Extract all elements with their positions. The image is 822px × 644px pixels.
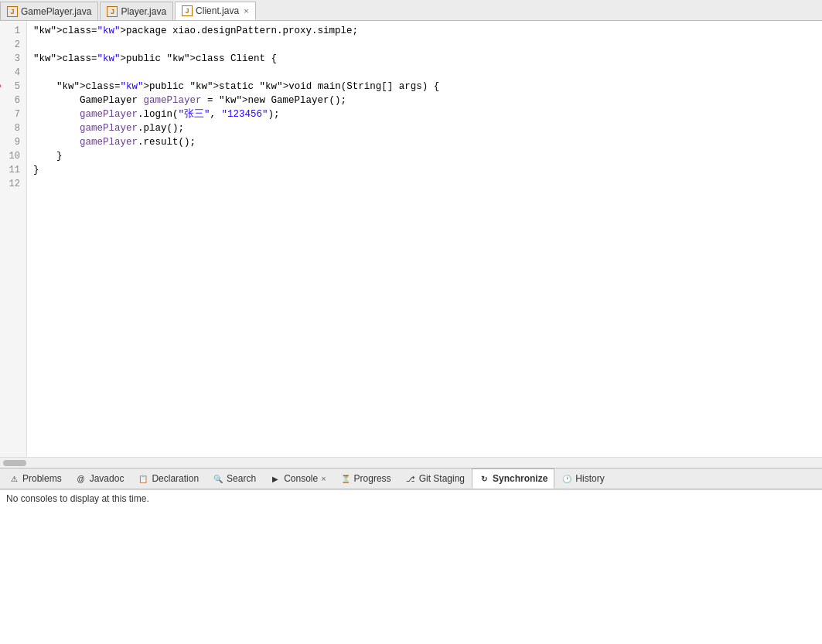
code-editor[interactable]: 123456789101112 "kw">class="kw">package …	[0, 21, 822, 457]
code-content[interactable]: "kw">class="kw">package xiao.designPatte…	[27, 21, 822, 457]
bottom-tab-label-synchronize: Synchronize	[493, 473, 547, 484]
scrollbar-thumb[interactable]	[3, 460, 26, 466]
bottom-tab-console[interactable]: ▶Console×	[263, 469, 333, 489]
console-icon: ▶	[270, 473, 281, 484]
tab-tab-client[interactable]: JClient.java×	[175, 2, 255, 20]
line-number-11: 11	[3, 163, 20, 177]
code-line-8: gamePlayer.play();	[33, 121, 822, 135]
code-line-9: gamePlayer.result();	[33, 135, 822, 149]
bottom-tab-git-staging[interactable]: ⎇Git Staging	[398, 469, 472, 489]
line-number-5: 5	[3, 80, 20, 94]
code-line-7: gamePlayer.login("张三", "123456");	[33, 107, 822, 121]
code-line-6: GamePlayer gamePlayer = "kw">new GamePla…	[33, 94, 822, 107]
code-line-10: }	[33, 149, 822, 163]
java-icon: J	[7, 6, 18, 17]
line-number-2: 2	[3, 38, 20, 52]
code-line-3: "kw">class="kw">public "kw">class Client…	[33, 52, 822, 66]
code-line-2	[33, 38, 822, 52]
tab-close-button[interactable]: ×	[244, 6, 248, 15]
editor-tab-bar: JGamePlayer.javaJPlayer.javaJClient.java…	[0, 0, 822, 21]
bottom-tab-label-problems: Problems	[22, 473, 62, 484]
bottom-tab-bar: ⚠Problems@Javadoc📋Declaration🔍Search▶Con…	[0, 468, 822, 489]
line-number-12: 12	[3, 177, 20, 191]
code-line-11: }	[33, 163, 822, 177]
bottom-tab-label-javadoc: Javadoc	[90, 473, 124, 484]
tab-label: GamePlayer.java	[21, 6, 91, 17]
java-icon: J	[182, 5, 193, 16]
bottom-tab-label-search: Search	[227, 473, 256, 484]
code-line-4	[33, 66, 822, 80]
tab-tab-gameplayer[interactable]: JGamePlayer.java	[0, 2, 98, 20]
javadoc-icon: @	[76, 473, 87, 484]
progress-icon: ⏳	[340, 473, 351, 484]
bottom-tab-declaration[interactable]: 📋Declaration	[131, 469, 206, 489]
bottom-tab-label-progress: Progress	[354, 473, 391, 484]
line-number-8: 8	[3, 121, 20, 135]
search-icon: 🔍	[213, 473, 223, 484]
code-line-1: "kw">class="kw">package xiao.designPatte…	[33, 24, 822, 38]
code-line-12	[33, 177, 822, 191]
code-line-5: "kw">class="kw">public "kw">static "kw">…	[33, 80, 822, 94]
bottom-tab-label-declaration: Declaration	[152, 473, 199, 484]
bottom-tab-history[interactable]: 🕐History	[554, 469, 611, 489]
line-number-6: 6	[3, 94, 20, 107]
line-number-10: 10	[3, 149, 20, 163]
tab-label: Client.java	[196, 5, 239, 16]
problems-icon: ⚠	[9, 473, 19, 484]
tab-label: Player.java	[121, 6, 166, 17]
line-number-7: 7	[3, 107, 20, 121]
git-icon: ⎇	[405, 473, 416, 484]
line-numbers: 123456789101112	[0, 21, 27, 457]
line-number-4: 4	[3, 66, 20, 80]
line-number-9: 9	[3, 135, 20, 149]
bottom-tab-label-git-staging: Git Staging	[419, 473, 465, 484]
bottom-tab-synchronize[interactable]: ↻Synchronize	[472, 469, 554, 489]
sync-icon: ↻	[479, 473, 489, 484]
declaration-icon: 📋	[138, 473, 148, 484]
horizontal-scrollbar[interactable]	[0, 457, 822, 468]
tab-tab-player[interactable]: JPlayer.java	[100, 2, 173, 20]
bottom-tab-label-console: Console	[284, 473, 318, 484]
line-number-3: 3	[3, 52, 20, 66]
bottom-tab-label-history: History	[575, 473, 604, 484]
history-icon: 🕐	[561, 473, 572, 484]
bottom-tab-progress[interactable]: ⏳Progress	[333, 469, 398, 489]
java-icon: J	[107, 6, 118, 17]
console-message: No consoles to display at this time.	[6, 493, 149, 504]
bottom-tab-search[interactable]: 🔍Search	[206, 469, 263, 489]
bottom-tab-javadoc[interactable]: @Javadoc	[69, 469, 131, 489]
code-container: 123456789101112 "kw">class="kw">package …	[0, 21, 822, 457]
bottom-tab-problems[interactable]: ⚠Problems	[2, 469, 69, 489]
bottom-panel-content: No consoles to display at this time.	[0, 489, 822, 644]
line-number-1: 1	[3, 24, 20, 38]
bottom-tab-close-console[interactable]: ×	[321, 474, 326, 483]
